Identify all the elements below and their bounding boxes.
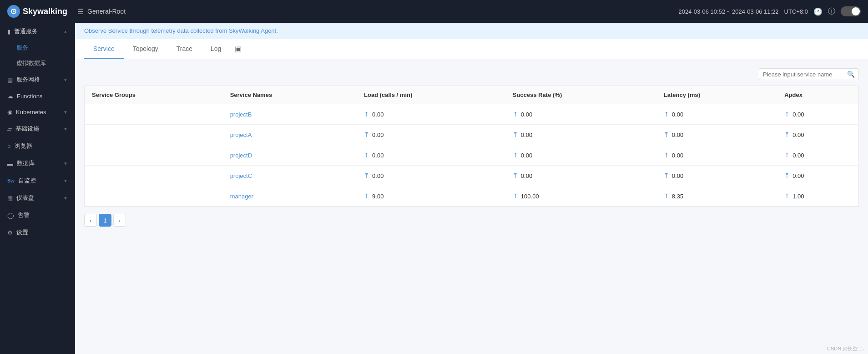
trend-icon: ⤒ <box>513 131 518 138</box>
pagination-page-1[interactable]: 1 <box>99 214 111 227</box>
sidebar-item-functions[interactable]: ☁ Functions <box>0 88 75 104</box>
cell-name-2: projectD <box>223 145 357 166</box>
clock-icon: 🕐 <box>813 7 823 16</box>
service-link-4[interactable]: manager <box>230 193 253 200</box>
cell-load-3: ⤒0.00 <box>357 166 505 186</box>
logo-icon <box>7 5 20 18</box>
trend-icon: ⤒ <box>664 192 669 200</box>
sidebar-item-infra[interactable]: ▱ 基础设施 ▼ <box>0 120 75 137</box>
sw-icon: Sw <box>7 178 15 183</box>
col-service-groups: Service Groups <box>85 86 223 104</box>
trend-icon: ⤒ <box>784 111 790 118</box>
cell-group-4 <box>85 186 223 207</box>
tab-trace[interactable]: Trace <box>167 40 202 59</box>
cell-success-3: ⤒0.00 <box>505 166 656 186</box>
sidebar-group-header-general-services[interactable]: ▮ 普通服务 ▲ <box>0 23 75 40</box>
service-link-2[interactable]: projectD <box>230 152 252 159</box>
sidebar-item-service[interactable]: 服务 <box>0 40 75 56</box>
trend-icon: ⤒ <box>664 111 669 118</box>
cell-latency-1: ⤒0.00 <box>656 125 777 145</box>
cell-name-3: projectC <box>223 166 357 186</box>
alert-icon: ◯ <box>7 212 14 219</box>
tab-log[interactable]: Log <box>202 40 230 59</box>
sidebar-item-selfmon[interactable]: Sw 自监控 ▼ <box>0 172 75 189</box>
service-link-3[interactable]: projectC <box>230 172 252 179</box>
chevron-down-infra-icon: ▼ <box>63 126 68 131</box>
col-apdex: Apdex <box>777 86 858 104</box>
sidebar-group-label-general: 普通服务 <box>14 27 38 35</box>
sidebar-group-service-mesh: ▤ 服务网格 ▼ <box>0 71 75 88</box>
cell-load-1: ⤒0.00 <box>357 125 505 145</box>
cloud-icon: ☁ <box>7 93 13 100</box>
tab-topology[interactable]: Topology <box>124 40 167 59</box>
trend-icon: ⤒ <box>364 131 369 138</box>
service-link-1[interactable]: projectA <box>230 131 252 138</box>
theme-toggle[interactable] <box>841 6 861 16</box>
tabs-bar: Service Topology Trace Log ▣ <box>75 39 868 59</box>
sidebar-item-kubernetes[interactable]: ◉ Kubernetes ▼ <box>0 104 75 120</box>
table-row: projectB ⤒0.00 ⤒0.00 ⤒0.00 ⤒0.00 <box>85 104 859 125</box>
cell-apdex-0: ⤒0.00 <box>777 104 858 125</box>
sidebar-group-mesh-left: ▤ 服务网格 <box>7 76 40 84</box>
layout: ▮ 普通服务 ▲ 服务 虚拟数据库 ▤ 服务网格 ▼ ☁ Functions <box>0 23 868 354</box>
chevron-down-selfmon-icon: ▼ <box>63 178 68 183</box>
info-bar-text: Observe Service through telemetry data c… <box>84 27 278 34</box>
tab-service[interactable]: Service <box>84 40 124 59</box>
sidebar-item-settings[interactable]: ⚙ 设置 <box>0 224 75 241</box>
pagination-next[interactable]: › <box>113 214 126 227</box>
chart-icon: ▮ <box>7 28 10 35</box>
table-row: manager ⤒9.00 ⤒100.00 ⤒8.35 ⤒1.00 <box>85 186 859 207</box>
sidebar-settings-label: 设置 <box>16 228 28 237</box>
sidebar-group-general-services: ▮ 普通服务 ▲ 服务 虚拟数据库 <box>0 23 75 71</box>
service-link-0[interactable]: projectB <box>230 111 252 118</box>
cell-group-2 <box>85 145 223 166</box>
cell-success-4: ⤒100.00 <box>505 186 656 207</box>
info-bar: Observe Service through telemetry data c… <box>75 23 868 39</box>
sidebar-browser-label: 浏览器 <box>15 142 32 150</box>
pagination: ‹ 1 › <box>84 214 859 227</box>
chevron-down-k8s-icon: ▼ <box>63 110 68 115</box>
trend-icon: ⤒ <box>364 111 369 118</box>
search-input[interactable] <box>763 71 847 78</box>
main-content: Observe Service through telemetry data c… <box>75 23 868 354</box>
footer-credit: CSDN @长空二- <box>827 345 864 352</box>
browser-icon: ○ <box>7 143 11 150</box>
sidebar-item-virtual-db[interactable]: 虚拟数据库 <box>0 56 75 71</box>
sidebar-group-header-mesh[interactable]: ▤ 服务网格 ▼ <box>0 71 75 88</box>
trend-icon: ⤒ <box>784 192 790 200</box>
trend-icon: ⤒ <box>784 131 790 138</box>
cell-apdex-3: ⤒0.00 <box>777 166 858 186</box>
dash-icon: ▦ <box>7 195 13 202</box>
cell-latency-3: ⤒0.00 <box>656 166 777 186</box>
trend-icon: ⤒ <box>513 152 518 159</box>
sidebar-item-alert[interactable]: ◯ 告警 <box>0 207 75 224</box>
sidebar-item-browser[interactable]: ○ 浏览器 <box>0 137 75 155</box>
table-row: projectC ⤒0.00 ⤒0.00 ⤒0.00 ⤒0.00 <box>85 166 859 186</box>
trend-icon: ⤒ <box>664 172 669 179</box>
tab-copy-icon[interactable]: ▣ <box>230 39 246 59</box>
service-table: Service Groups Service Names Load (calls… <box>84 86 859 207</box>
sidebar-selfmon-label: 自监控 <box>18 177 36 185</box>
cell-latency-4: ⤒8.35 <box>656 186 777 207</box>
sidebar-item-database[interactable]: ▬ 数据库 ▼ <box>0 155 75 172</box>
trend-icon: ⤒ <box>664 131 669 138</box>
settings-icon: ⚙ <box>7 229 13 236</box>
sidebar: ▮ 普通服务 ▲ 服务 虚拟数据库 ▤ 服务网格 ▼ ☁ Functions <box>0 23 75 354</box>
cell-group-1 <box>85 125 223 145</box>
search-icon[interactable]: 🔍 <box>847 71 855 78</box>
cell-success-0: ⤒0.00 <box>505 104 656 125</box>
pagination-prev[interactable]: ‹ <box>84 214 97 227</box>
chevron-down-dash-icon: ▼ <box>63 196 68 201</box>
col-load: Load (calls / min) <box>357 86 505 104</box>
cell-load-2: ⤒0.00 <box>357 145 505 166</box>
logo: Skywalking <box>7 5 67 18</box>
sidebar-item-dashboard[interactable]: ▦ 仪表盘 ▼ <box>0 189 75 207</box>
db-icon: ▬ <box>7 160 13 167</box>
topbar: Skywalking ☰ General-Root 2024-03-06 10:… <box>0 0 868 23</box>
cell-success-1: ⤒0.00 <box>505 125 656 145</box>
col-service-names: Service Names <box>223 86 357 104</box>
trend-icon: ⤒ <box>664 152 669 159</box>
cell-load-4: ⤒9.00 <box>357 186 505 207</box>
timezone-display: UTC+8:0 <box>784 8 808 15</box>
chevron-down-db-icon: ▼ <box>63 161 68 166</box>
